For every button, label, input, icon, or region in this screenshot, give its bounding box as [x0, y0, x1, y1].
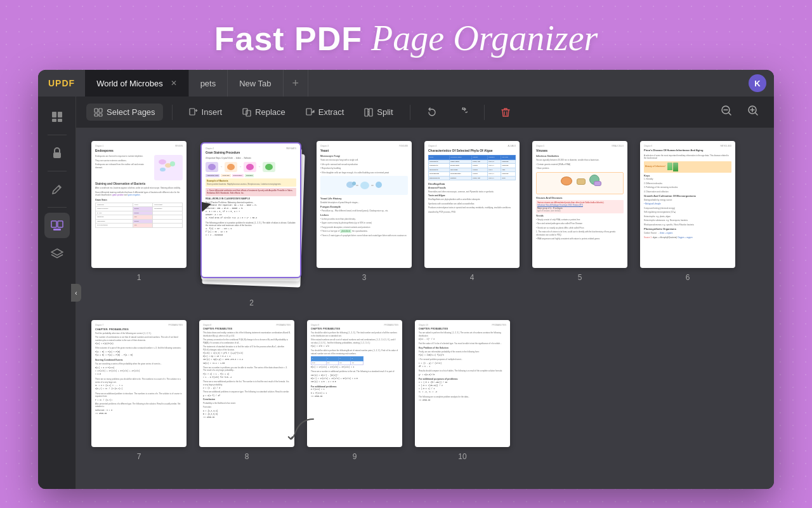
- svg-rect-9: [99, 109, 102, 112]
- toolbar-divider-3: [484, 105, 485, 120]
- svg-rect-3: [58, 119, 62, 122]
- layers-icon[interactable]: [44, 241, 70, 266]
- tab-label: pets: [200, 79, 216, 88]
- lock-icon[interactable]: [44, 140, 70, 166]
- hero-title-regular: Fast PDF: [214, 20, 362, 58]
- page-thumbnail-8[interactable]: Chapter 8 PROBABILITIES CHAPTER: PROBABI…: [199, 320, 294, 447]
- select-pages-button[interactable]: Select Pages: [86, 104, 163, 121]
- svg-rect-1: [58, 112, 62, 117]
- tab-new-tab[interactable]: New Tab: [228, 70, 283, 97]
- zoom-in-button[interactable]: [742, 102, 764, 122]
- page-item-8: Chapter 8 PROBABILITIES CHAPTER: PROBABI…: [199, 320, 294, 461]
- svg-rect-10: [95, 114, 98, 116]
- svg-rect-13: [243, 109, 247, 114]
- pages-thumbnail-icon[interactable]: [44, 104, 70, 130]
- tab-pets[interactable]: pets: [189, 70, 228, 97]
- page-item-9: Chapter 9 PROBABILITIES CHAPTER: PROBABI…: [307, 320, 402, 461]
- svg-rect-2: [52, 119, 56, 122]
- tab-close-icon[interactable]: ✕: [171, 79, 177, 88]
- sidebar-divider-1: [48, 135, 67, 135]
- page-stack-2[interactable]: ▶ Chapter 2 PATHWAYS Gram Staining Proce…: [199, 141, 304, 293]
- page-number-1: 1: [137, 273, 141, 282]
- toolbar-left: Select Pages Insert: [86, 104, 518, 121]
- page-thumbnail-5[interactable]: Chapter 5 VIRAL/CELLS Viruses Infectious…: [532, 141, 627, 268]
- page-item-5: Chapter 5 VIRAL/CELLS Viruses Infectious…: [532, 141, 627, 307]
- title-bar: UPDF World of Microbes ✕ pets New Tab + …: [38, 70, 774, 97]
- insert-label: Insert: [202, 107, 223, 117]
- tabs-container: World of Microbes ✕ pets New Tab +: [85, 70, 749, 97]
- sidebar-divider-3: [48, 207, 67, 208]
- tab-label: World of Microbes: [96, 79, 163, 88]
- svg-rect-8: [95, 109, 98, 112]
- split-button[interactable]: Split: [357, 104, 400, 121]
- main-content: ‹ Select Pages: [38, 97, 774, 489]
- rotate-left-button[interactable]: [419, 104, 445, 121]
- page-thumbnail-4[interactable]: Chapter 4 ALGAE/3 Characteristics Of Sel…: [424, 141, 520, 268]
- page-number-2: 2: [249, 298, 254, 307]
- toolbar: Select Pages Insert: [76, 97, 774, 128]
- replace-button[interactable]: Replace: [235, 104, 293, 121]
- page-thumbnail-6[interactable]: Chapter 6 PATHOL/BIO Prion's Disease Of …: [640, 141, 735, 268]
- page-thumbnail-3[interactable]: Chapter 3 FUNGI/IBI Yeast Microscopic Fu…: [317, 141, 412, 268]
- page-item-4: Chapter 4 ALGAE/3 Characteristics Of Sel…: [424, 141, 520, 307]
- app-window: UPDF World of Microbes ✕ pets New Tab + …: [38, 70, 774, 489]
- svg-rect-5: [51, 221, 56, 227]
- page-item-1: Chapter 1 REVIEW Endospores Endospores a…: [91, 141, 187, 307]
- add-tab-button[interactable]: +: [284, 70, 309, 97]
- extract-label: Extract: [318, 107, 344, 117]
- delete-button[interactable]: [494, 104, 518, 121]
- edit-icon[interactable]: [44, 177, 70, 202]
- page-item-6: Chapter 6 PATHOL/BIO Prion's Disease Of …: [640, 141, 735, 307]
- page-number-9: 9: [353, 452, 357, 461]
- page-number-6: 6: [686, 273, 690, 282]
- rotate-right-button[interactable]: [450, 104, 475, 121]
- svg-rect-4: [53, 152, 61, 158]
- page-content: Select Pages Insert: [76, 97, 774, 489]
- organize-pages-icon[interactable]: [44, 213, 70, 238]
- tab-label: New Tab: [239, 79, 271, 88]
- toolbar-divider-2: [410, 105, 410, 120]
- svg-rect-12: [190, 109, 195, 115]
- page-thumbnail-1[interactable]: Chapter 1 REVIEW Endospores Endospores a…: [91, 141, 187, 268]
- updf-logo: UPDF: [38, 78, 85, 88]
- replace-label: Replace: [255, 107, 285, 117]
- page-number-10: 10: [458, 452, 466, 461]
- page-number-8: 8: [245, 452, 249, 461]
- toolbar-right: [716, 102, 764, 122]
- page-thumbnail-7[interactable]: Chapter 7 PROBABILITIES CHAPTER: PROBABI…: [91, 320, 187, 447]
- svg-rect-11: [99, 114, 102, 116]
- page-item-7: Chapter 7 PROBABILITIES CHAPTER: PROBABI…: [91, 320, 187, 461]
- page-number-5: 5: [578, 273, 582, 282]
- page-grid: Chapter 1 REVIEW Endospores Endospores a…: [76, 128, 774, 489]
- page-thumbnail-10[interactable]: Chapter 10 PROBABILITIES CHAPTER: PROBAB…: [415, 320, 510, 447]
- hero-title-cursive: Page Organizer: [371, 18, 598, 58]
- page-number-4: 4: [470, 273, 475, 282]
- page-item-2: ▶ Chapter 2 PATHWAYS Gram Staining Proce…: [199, 141, 304, 307]
- svg-rect-17: [369, 109, 372, 116]
- page-thumbnail-2[interactable]: ▶ Chapter 2 PATHWAYS Gram Staining Proce…: [202, 144, 300, 277]
- extract-button[interactable]: Extract: [298, 104, 351, 121]
- tab-world-of-microbes[interactable]: World of Microbes ✕: [85, 70, 189, 97]
- svg-rect-16: [365, 109, 368, 116]
- svg-rect-0: [52, 112, 56, 117]
- split-label: Split: [377, 107, 393, 117]
- page-number-3: 3: [362, 273, 367, 282]
- page-item-10: Chapter 10 PROBABILITIES CHAPTER: PROBAB…: [415, 320, 510, 461]
- page-item-3: Chapter 3 FUNGI/IBI Yeast Microscopic Fu…: [317, 141, 412, 307]
- user-avatar[interactable]: K: [749, 74, 766, 92]
- page-thumbnail-9[interactable]: Chapter 9 PROBABILITIES CHAPTER: PROBABI…: [307, 320, 402, 447]
- svg-rect-7: [53, 229, 61, 231]
- svg-rect-15: [306, 109, 311, 115]
- page-number-7: 7: [137, 452, 141, 461]
- svg-rect-14: [246, 110, 251, 116]
- toolbar-divider-1: [172, 105, 173, 120]
- sidebar: ‹: [38, 97, 76, 489]
- sidebar-collapse-arrow[interactable]: ‹: [71, 284, 81, 302]
- zoom-out-button[interactable]: [716, 102, 737, 122]
- sidebar-divider-2: [48, 171, 67, 171]
- select-pages-label: Select Pages: [107, 107, 155, 117]
- svg-rect-6: [58, 221, 63, 227]
- hero-title: Fast PDF Page Organizer: [214, 18, 598, 58]
- insert-button[interactable]: Insert: [181, 104, 230, 121]
